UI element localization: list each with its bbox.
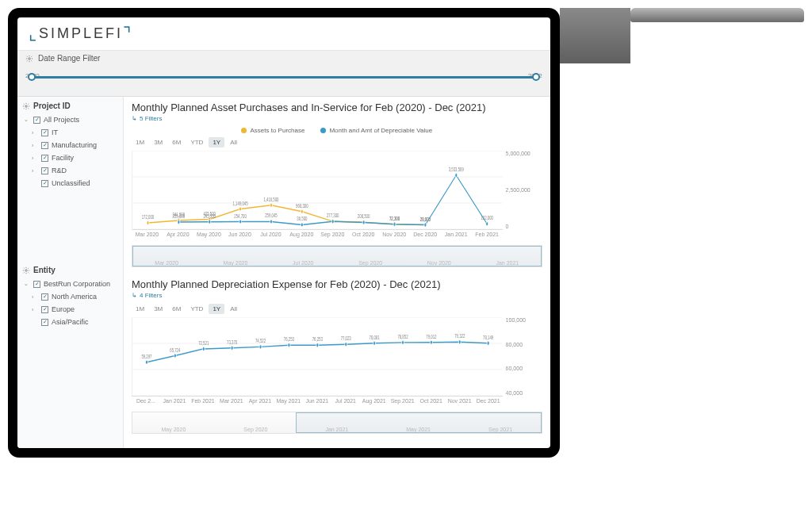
chart2-overview[interactable]: May 2020Sep 2020Jan 2021May 2021Sep 2021: [132, 412, 542, 434]
svg-text:78,852: 78,852: [397, 334, 408, 339]
gear-icon: [25, 55, 33, 63]
checkbox-icon[interactable]: ✓: [33, 281, 40, 288]
range-button-1y[interactable]: 1Y: [209, 304, 224, 314]
svg-point-7: [147, 221, 149, 225]
range-button-all[interactable]: All: [226, 137, 241, 148]
tree-item-all-projects[interactable]: ⌄ ✓ All Projects: [17, 113, 123, 126]
monitor-frame: ⌞ SIMPLEFI ⌝ Date Range Filter 2020 2022: [8, 8, 560, 458]
range-button-ytd[interactable]: YTD: [186, 304, 207, 314]
tree-item-all-entities[interactable]: ⌄ ✓ BestRun Corporation: [17, 278, 123, 290]
range-button-3m[interactable]: 3M: [150, 137, 167, 148]
svg-point-54: [231, 346, 233, 350]
range-button-6m[interactable]: 6M: [168, 137, 185, 148]
filter-icon: ↳: [132, 292, 137, 299]
svg-text:208,500: 208,500: [358, 213, 370, 219]
chevron-right-icon: ›: [32, 130, 38, 136]
slider-handle-start[interactable]: [28, 73, 36, 81]
checkbox-icon[interactable]: ✓: [41, 319, 48, 326]
sidebar-section-project: Project ID: [17, 97, 123, 113]
checkbox-icon[interactable]: ✓: [33, 117, 40, 124]
svg-point-58: [345, 343, 347, 347]
svg-text:78,081: 78,081: [370, 335, 380, 340]
range-button-all[interactable]: All: [226, 304, 241, 314]
svg-text:76,253: 76,253: [284, 336, 294, 342]
svg-text:79,012: 79,012: [426, 334, 436, 339]
svg-point-32: [331, 220, 334, 224]
sidebar-section-entity: Entity: [17, 261, 123, 278]
range-button-1m[interactable]: 1M: [132, 304, 148, 314]
svg-point-30: [270, 220, 272, 224]
svg-point-36: [455, 174, 458, 178]
gear-icon: [22, 102, 30, 110]
svg-text:76,253: 76,253: [312, 336, 323, 342]
range-button-6m[interactable]: 6M: [168, 304, 185, 314]
svg-text:1,416,500: 1,416,500: [263, 197, 278, 202]
svg-point-31: [301, 223, 303, 227]
svg-text:79,322: 79,322: [454, 333, 465, 339]
svg-text:78,149: 78,149: [483, 335, 493, 340]
svg-point-61: [430, 340, 432, 344]
chart2-yaxis: 100,000 80,000 60,000 40,000: [506, 317, 541, 396]
checkbox-icon[interactable]: ✓: [41, 167, 48, 174]
svg-point-57: [316, 343, 319, 347]
range-button-1y[interactable]: 1Y: [209, 137, 224, 148]
svg-text:77,023: 77,023: [341, 335, 351, 341]
svg-point-34: [393, 222, 396, 226]
chevron-down-icon: ⌄: [24, 117, 30, 123]
svg-text:73,370: 73,370: [227, 339, 237, 345]
svg-point-60: [401, 340, 404, 344]
svg-point-2: [25, 269, 28, 271]
svg-point-0: [29, 57, 31, 59]
chevron-right-icon: ›: [32, 143, 38, 148]
svg-point-63: [487, 341, 489, 345]
monitor-stand-neck: [560, 8, 630, 63]
chart2-filters-link[interactable]: ↳ 4 Filters: [132, 292, 542, 299]
brand-text: SIMPLEFI: [39, 25, 123, 42]
tree-item[interactable]: ›✓R&D: [17, 164, 123, 177]
svg-text:102,000: 102,000: [481, 215, 493, 220]
svg-text:245,500: 245,500: [203, 213, 216, 219]
chart1-xaxis: Mar 2020Apr 2020May 2020Jun 2020Jul 2020…: [132, 230, 503, 242]
range-button-3m[interactable]: 3M: [150, 304, 167, 314]
chevron-right-icon: ›: [32, 155, 38, 161]
svg-text:172,000: 172,000: [142, 214, 155, 220]
tree-item[interactable]: ›✓Manufacturing: [17, 139, 123, 151]
app-header: ⌞ SIMPLEFI ⌝: [17, 17, 550, 51]
checkbox-icon[interactable]: ✓: [41, 142, 48, 149]
tree-item[interactable]: ✓Asia/Pacific: [17, 316, 123, 328]
chart1-overview[interactable]: Mar 2020May 2020Jul 2020Sep 2020Nov 2020…: [132, 245, 542, 267]
checkbox-icon[interactable]: ✓: [41, 129, 48, 136]
svg-point-56: [288, 343, 290, 347]
svg-text:968,300: 968,300: [296, 203, 308, 209]
chevron-right-icon: ›: [32, 168, 38, 174]
range-button-1m[interactable]: 1M: [132, 137, 148, 148]
chart1-plot[interactable]: 172,000341,500425,5001,149,0451,416,5009…: [132, 151, 503, 230]
monitor-stand-base: [630, 8, 804, 22]
checkbox-icon[interactable]: ✓: [41, 293, 48, 301]
tree-item[interactable]: ›✓North America: [17, 290, 123, 303]
tree-item[interactable]: ✓Unclassified: [17, 177, 123, 190]
chart2-title: Monthly Planned Depreciation Expense for…: [132, 278, 542, 290]
svg-point-37: [486, 222, 488, 226]
chart1-filters-link[interactable]: ↳ 5 Filters: [132, 115, 542, 122]
chart2-plot[interactable]: 59,29765,72472,52173,37074,52276,25376,2…: [132, 317, 503, 397]
svg-text:225,000: 225,000: [173, 213, 186, 219]
svg-point-53: [202, 347, 205, 351]
tree-item[interactable]: ›✓Facility: [17, 151, 123, 164]
svg-text:259,045: 259,045: [265, 213, 278, 218]
tree-item[interactable]: ›✓Europe: [17, 303, 123, 316]
date-range-slider[interactable]: 2020 2022: [25, 72, 542, 90]
slider-handle-end[interactable]: [532, 73, 540, 81]
checkbox-icon[interactable]: ✓: [41, 155, 48, 162]
checkbox-icon[interactable]: ✓: [41, 180, 48, 187]
svg-point-27: [178, 220, 180, 224]
tree-item[interactable]: ›✓IT: [17, 126, 123, 139]
logo-bracket-right: ⌝: [123, 24, 133, 44]
svg-text:59,297: 59,297: [141, 354, 151, 359]
date-filter-label: Date Range Filter: [38, 54, 100, 63]
checkbox-icon[interactable]: ✓: [41, 306, 48, 313]
svg-text:3,533,589: 3,533,589: [449, 167, 464, 172]
svg-point-1: [25, 105, 28, 107]
chart1-range-buttons: 1M3M6MYTD1YAll: [132, 137, 542, 148]
range-button-ytd[interactable]: YTD: [186, 137, 207, 148]
